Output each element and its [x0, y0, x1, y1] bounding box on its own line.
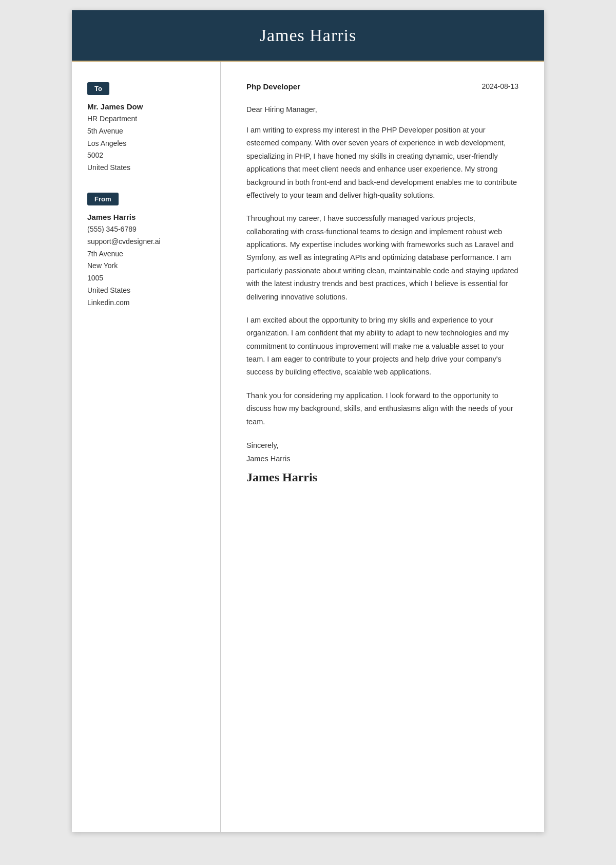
from-section: From James Harris (555) 345-6789 support…	[87, 193, 205, 309]
to-section: To Mr. James Dow HR Department 5th Avenu…	[87, 82, 205, 174]
signature: James Harris	[246, 471, 518, 484]
main-letter: Php Developer 2024-08-13 Dear Hiring Man…	[221, 62, 544, 832]
header: James Harris	[72, 10, 544, 61]
to-badge: To	[87, 82, 109, 95]
recipient-city: Los Angeles	[87, 138, 205, 150]
recipient-name: Mr. James Dow	[87, 102, 205, 111]
closing: Sincerely, James Harris	[246, 439, 518, 465]
recipient-country: United States	[87, 162, 205, 174]
letter-date: 2024-08-13	[482, 82, 518, 90]
recipient-street: 5th Avenue	[87, 125, 205, 138]
paragraph-4: Thank you for considering my application…	[246, 389, 518, 428]
closing-line2: James Harris	[246, 452, 518, 465]
salutation: Dear Hiring Manager,	[246, 105, 518, 114]
sender-linkedin: Linkedin.com	[87, 297, 205, 309]
paragraph-2: Throughout my career, I have successfull…	[246, 212, 518, 304]
sender-zip: 1005	[87, 272, 205, 285]
recipient-department: HR Department	[87, 113, 205, 125]
sender-email: support@cvdesigner.ai	[87, 236, 205, 248]
sidebar: To Mr. James Dow HR Department 5th Avenu…	[72, 62, 221, 832]
paragraph-3: I am excited about the opportunity to br…	[246, 314, 518, 379]
sender-name: James Harris	[87, 213, 205, 221]
sender-country: United States	[87, 285, 205, 297]
page: James Harris To Mr. James Dow HR Departm…	[72, 10, 544, 832]
sender-city: New York	[87, 260, 205, 272]
content: To Mr. James Dow HR Department 5th Avenu…	[72, 62, 544, 832]
job-title: Php Developer	[246, 82, 300, 91]
sender-street: 7th Avenue	[87, 248, 205, 260]
letter-header: Php Developer 2024-08-13	[246, 82, 518, 91]
from-badge: From	[87, 193, 119, 205]
recipient-zip: 5002	[87, 149, 205, 162]
header-name: James Harris	[92, 26, 524, 45]
closing-line1: Sincerely,	[246, 439, 518, 452]
sender-phone: (555) 345-6789	[87, 223, 205, 236]
paragraph-1: I am writing to express my interest in t…	[246, 124, 518, 202]
